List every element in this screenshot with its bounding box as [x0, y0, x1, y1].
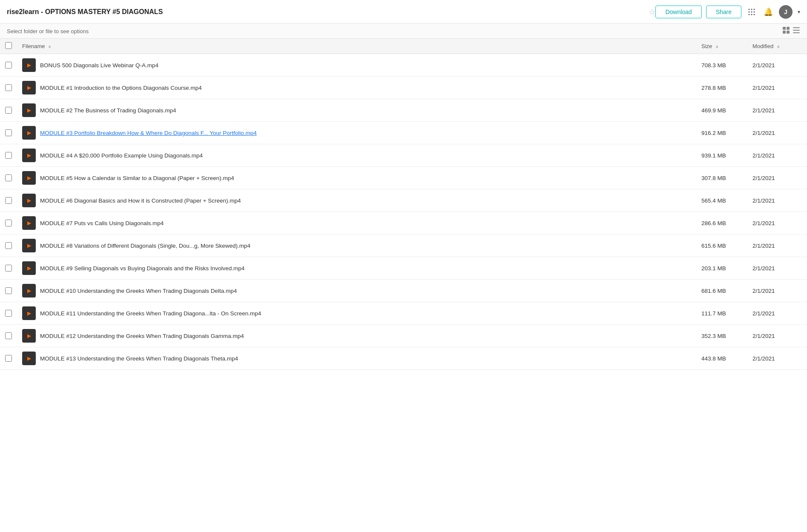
file-size: 565.4 MB	[696, 189, 747, 212]
table-row: MODULE #1 Introduction to the Options Di…	[0, 77, 807, 99]
file-modified-date: 2/1/2021	[747, 54, 807, 77]
share-button[interactable]: Share	[706, 6, 741, 18]
svg-point-7	[751, 14, 752, 15]
svg-point-4	[751, 11, 752, 12]
svg-point-6	[749, 14, 750, 15]
modified-sort-icon: ∧	[777, 44, 780, 49]
file-modified-date: 2/1/2021	[747, 325, 807, 347]
view-toggle	[782, 26, 800, 36]
row-checkbox[interactable]	[5, 242, 12, 249]
file-type-icon	[22, 81, 36, 94]
file-modified-date: 2/1/2021	[747, 122, 807, 144]
file-size: 615.6 MB	[696, 235, 747, 257]
row-checkbox[interactable]	[5, 310, 12, 317]
file-name: MODULE #7 Puts vs Calls Using Diagonals.…	[40, 220, 164, 226]
row-checkbox[interactable]	[5, 62, 12, 69]
file-size: 278.8 MB	[696, 77, 747, 99]
modified-column-header[interactable]: Modified ∧	[747, 39, 807, 54]
file-name: MODULE #11 Understanding the Greeks When…	[40, 310, 261, 317]
row-checkbox[interactable]	[5, 287, 12, 294]
file-type-icon	[22, 261, 36, 275]
file-name[interactable]: MODULE #3 Portfolio Breakdown How & Wher…	[40, 130, 257, 136]
file-type-icon	[22, 126, 36, 140]
header: rise2learn - OPTIONS MASTERY #5 DIAGONAL…	[0, 0, 807, 24]
svg-point-2	[754, 9, 755, 10]
table-row: MODULE #12 Understanding the Greeks When…	[0, 325, 807, 347]
svg-point-8	[754, 14, 755, 15]
file-modified-date: 2/1/2021	[747, 257, 807, 280]
file-name: MODULE #2 The Business of Trading Diagon…	[40, 107, 176, 114]
svg-rect-11	[783, 31, 786, 34]
grid-view-icon[interactable]	[782, 26, 790, 36]
row-checkbox[interactable]	[5, 84, 12, 91]
file-modified-date: 2/1/2021	[747, 189, 807, 212]
filename-column-header[interactable]: Filename ∧	[17, 39, 696, 54]
file-size: 352.3 MB	[696, 325, 747, 347]
select-all-checkbox[interactable]	[5, 42, 12, 49]
row-checkbox[interactable]	[5, 332, 12, 339]
apps-grid-icon[interactable]	[746, 6, 758, 18]
svg-rect-13	[793, 27, 800, 28]
svg-rect-10	[787, 27, 790, 30]
download-button[interactable]: Download	[655, 6, 701, 18]
table-row: MODULE #6 Diagonal Basics and How it is …	[0, 189, 807, 212]
file-size: 203.1 MB	[696, 257, 747, 280]
file-modified-date: 2/1/2021	[747, 212, 807, 235]
file-type-icon	[22, 103, 36, 117]
svg-point-3	[749, 11, 750, 12]
svg-rect-14	[793, 30, 800, 31]
file-modified-date: 2/1/2021	[747, 235, 807, 257]
size-column-header[interactable]: Size ∧	[696, 39, 747, 54]
file-name: MODULE #9 Selling Diagonals vs Buying Di…	[40, 265, 244, 272]
select-all-header[interactable]	[0, 39, 17, 54]
svg-point-5	[754, 11, 755, 12]
svg-point-0	[749, 9, 750, 10]
file-size: 111.7 MB	[696, 302, 747, 325]
file-type-icon	[22, 216, 36, 230]
file-modified-date: 2/1/2021	[747, 77, 807, 99]
file-table: Filename ∧ Size ∧ Modified ∧ BONUS 500 D…	[0, 39, 807, 370]
table-row: BONUS 500 Diagonals Live Webinar Q-A.mp4…	[0, 54, 807, 77]
row-checkbox[interactable]	[5, 265, 12, 272]
row-checkbox[interactable]	[5, 174, 12, 181]
file-size: 443.8 MB	[696, 347, 747, 370]
row-checkbox[interactable]	[5, 355, 12, 362]
file-size: 307.8 MB	[696, 167, 747, 189]
file-modified-date: 2/1/2021	[747, 144, 807, 167]
file-type-icon	[22, 171, 36, 185]
file-name: MODULE #1 Introduction to the Options Di…	[40, 85, 202, 91]
file-name: MODULE #10 Understanding the Greeks When…	[40, 288, 237, 294]
row-checkbox[interactable]	[5, 107, 12, 114]
table-row: MODULE #5 How a Calendar is Similar to a…	[0, 167, 807, 189]
avatar-caret-icon[interactable]: ▾	[798, 9, 800, 15]
row-checkbox[interactable]	[5, 197, 12, 204]
table-row: MODULE #4 A $20,000 Portfolio Example Us…	[0, 144, 807, 167]
row-checkbox[interactable]	[5, 129, 12, 136]
file-name: MODULE #8 Variations of Different Diagon…	[40, 243, 250, 249]
svg-point-1	[751, 9, 752, 10]
star-icon[interactable]: ☆	[649, 7, 655, 17]
file-type-icon	[22, 194, 36, 207]
avatar[interactable]: J	[779, 5, 793, 19]
file-modified-date: 2/1/2021	[747, 167, 807, 189]
file-type-icon	[22, 58, 36, 72]
row-checkbox[interactable]	[5, 220, 12, 226]
svg-rect-15	[793, 32, 800, 33]
file-name: MODULE #4 A $20,000 Portfolio Example Us…	[40, 152, 203, 159]
file-type-icon	[22, 149, 36, 162]
svg-rect-9	[783, 27, 786, 30]
table-row: MODULE #9 Selling Diagonals vs Buying Di…	[0, 257, 807, 280]
file-type-icon	[22, 352, 36, 365]
header-actions: Download Share 🔔 J ▾	[655, 5, 800, 19]
page-title: rise2learn - OPTIONS MASTERY #5 DIAGONAL…	[7, 8, 645, 16]
file-name: MODULE #6 Diagonal Basics and How it is …	[40, 197, 241, 204]
file-size: 708.3 MB	[696, 54, 747, 77]
notification-bell-icon[interactable]: 🔔	[762, 6, 775, 18]
table-row: MODULE #11 Understanding the Greeks When…	[0, 302, 807, 325]
file-name: MODULE #12 Understanding the Greeks When…	[40, 333, 244, 339]
file-modified-date: 2/1/2021	[747, 302, 807, 325]
filename-sort-icon: ∧	[48, 44, 51, 49]
file-size: 469.9 MB	[696, 99, 747, 122]
list-view-icon[interactable]	[793, 26, 800, 36]
row-checkbox[interactable]	[5, 152, 12, 159]
